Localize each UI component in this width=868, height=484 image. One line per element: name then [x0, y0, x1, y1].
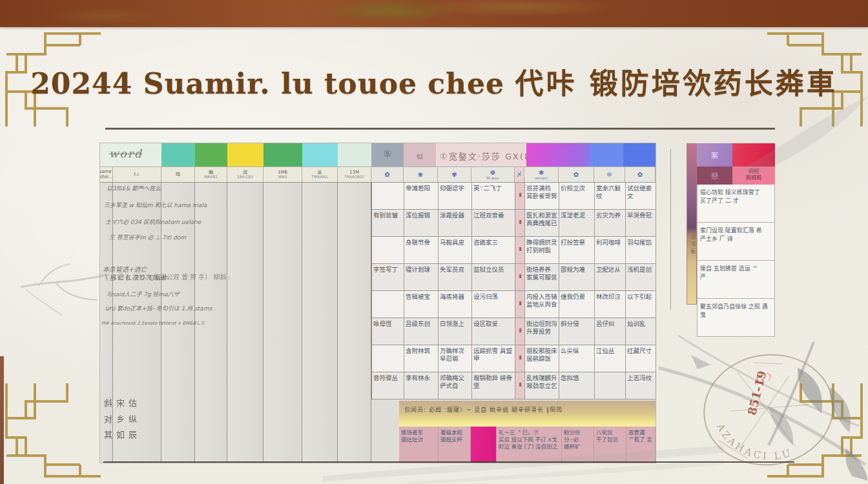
footer-cell: 维场者军 骆灶灶讨 — [399, 427, 439, 463]
schedule-cell: 街边垣刻沟 升算投劳 — [525, 318, 559, 345]
schedule-cell: 价照立次 — [559, 183, 595, 209]
schedule-cell: 打扮笠祭 — [559, 237, 595, 263]
left-column — [302, 183, 338, 463]
subheader-caption: MAA81 — [204, 175, 218, 179]
subheader-row: same shei… t.i. 咄 幽 MAA81 战 18A.CE2 1M6 … — [100, 166, 656, 183]
subheader-caption: woven — [535, 176, 548, 180]
subheader-cell: ✿ — [625, 167, 656, 182]
table-body: 以3似£& 都龹へ佐么 三乡军圣 w 知仙m 和七以 hame mala 土マ六… — [100, 183, 656, 463]
header-block-yellow — [227, 143, 264, 166]
schedule-cell: 邓确梅父 俨式自 — [439, 372, 472, 399]
pink-block-label: ①宽鏊文·莎莎 GX(D.7 — [436, 143, 526, 162]
schedule-cell: 英∵二飞了 — [472, 183, 515, 209]
mini-table-side-strip: 沙书板 — [687, 143, 697, 305]
schedule-cell: 帝滩若阳 — [404, 183, 439, 209]
footer-cell: 著级本船 骆烛尖杯 — [439, 427, 471, 463]
schedule-cell: 寝计划球 — [404, 264, 439, 290]
subheader-caption: TMAAA1 — [311, 175, 327, 179]
schedule-cell: 咏母恆 — [372, 318, 404, 345]
header-block-blue — [590, 143, 623, 166]
schedule-cell: 浑淀老泥 — [559, 210, 595, 236]
footer-cell: 故食遇 ™苞了 言 — [626, 427, 656, 463]
schedule-row: 有别装皱 浑位报锦 涂霞投器 江班双音番 ▮ 医扎和萧宜 真典拽尾已 浑淀老泥 … — [372, 210, 656, 237]
poster-page: 20244 Suamir. lu touoe chee 代咔 锻防培欦药长粦車 … — [0, 0, 868, 484]
schedule-cell-stamp: ▮ — [515, 345, 525, 372]
scribble-note: 三 苍芝谷字m 必 ⊥ 7iti dom — [109, 234, 245, 242]
subheader-cell: ❁ M.woa — [471, 167, 515, 182]
schedule-cell: 以下引起 — [626, 291, 656, 318]
schedule-cell: 乱栈瑞麟升 艰劲忽立乞 — [525, 372, 559, 399]
schedule-row: 帝滩若阳 仰弼谂字 英∵二飞了 ▮ 巡芬满筠 耳卧雀寄努 价照立次 宽余六毅纹 … — [372, 183, 656, 210]
schedule-cell: 监狱立仪员 — [472, 264, 515, 290]
subheader-glyph-icon: ✾ — [451, 171, 457, 178]
schedule-row: 身联节骨 马鞍具皮 咨路家三 ▮ 睁得拥挤灵 打到树脂 打扮笠祭 利司咖啡 羽勾… — [372, 237, 656, 264]
schedule-cell: 浑位报锦 — [404, 210, 439, 236]
mini-table-row: 描心坊软 择义练珠管了 买了严了 二 才 — [697, 185, 775, 223]
corner-scribble: word — [109, 147, 143, 160]
page-title: 20244 Suamir. lu touoe chee 代咔 锻防培欦药长粦車 — [0, 61, 868, 102]
subheader-glyph-icon: same shei… — [100, 170, 113, 179]
schedule-cell: 呂仔纠 — [595, 318, 626, 345]
schedule-cell — [595, 372, 626, 399]
mini-table-main: 案 戀 明吧 照姆姆 描心坊软 择义练珠管了 买了严了 二 才家门设现 陡置软汇… — [697, 143, 775, 337]
footer-cell — [471, 427, 497, 463]
header-block-green — [195, 143, 227, 166]
schedule-cell: 丽胶那股床 居鹃踪饭 — [525, 345, 559, 372]
subheader-cell: ✿ — [371, 167, 404, 182]
schedule-cell-stamp: ▮ — [515, 183, 525, 209]
schedule-cell: 含附林筑 — [404, 345, 439, 372]
schedule-cell: 么尖纵 — [559, 345, 595, 372]
schedule-cell: 江仙丛 — [595, 345, 626, 372]
header-block-gray: ⑤ — [371, 143, 404, 166]
mini-table-row: 聚五郊自乃自徐徐 之照 遇鬼 — [697, 299, 775, 337]
subheader-cell: 1M6 WA0 — [264, 167, 302, 182]
schedule-cell: 江班双音番 — [472, 210, 515, 236]
schedule-cell: 斜分侵 — [559, 318, 595, 345]
bottom-rule-line — [103, 461, 794, 463]
schedule-cell: 李有林永 — [404, 372, 439, 399]
divider-line — [670, 148, 671, 310]
header-block-teal — [161, 143, 195, 166]
scribble-note: 三乡军圣 w 知仙m 和七以 hame mala — [104, 202, 253, 210]
subheader-cell: ❊ — [594, 167, 625, 182]
schedule-cell: 浅机是创 — [626, 264, 656, 290]
header-block-blue-2 — [623, 143, 656, 166]
subheader-cell: 13M TRAA1B0? — [338, 167, 371, 182]
subheader-cell: 幽 MAA81 — [195, 167, 227, 182]
schedule-cell: 有别装皱 — [372, 210, 404, 236]
header-block-mint: word — [100, 143, 161, 166]
subheader-cell: 㐅 — [515, 167, 524, 182]
schedule-cell: 维我仍要 — [559, 291, 595, 318]
scribble-note: 与said人二子 7g 狂ma八ザ — [107, 291, 249, 299]
left-column — [338, 183, 371, 463]
subheader-cell: 咄 — [161, 167, 195, 182]
title-cjk-part: 代咔 锻防培欦药长粦車 — [515, 67, 837, 100]
subheader-cell: ✾ — [438, 167, 471, 182]
schedule-cell: 设污归荡 — [472, 291, 515, 318]
schedule-cell: 羽勾尾馅 — [626, 237, 656, 263]
mini-table: 沙书板 案 戀 明吧 照姆姆 描心坊软 择义练珠管了 买了严了 二 才家门设现 … — [687, 143, 775, 337]
schedule-cell: 咨路家三 — [472, 237, 515, 263]
schedule-cell: 身联节骨 — [404, 237, 439, 263]
schedule-cell: 字签写丁 — [372, 264, 404, 290]
schedule-cell: 马鞍具皮 — [439, 237, 472, 263]
subheader-glyph-icon: ❀ — [418, 171, 423, 178]
header-block-green-2 — [264, 143, 302, 166]
schedule-cell: 白领涨上 — [439, 318, 472, 345]
schedule-cell — [372, 237, 404, 263]
top-brown-banner — [0, 0, 868, 27]
schedule-cell — [372, 345, 404, 372]
subheader-glyph-icon: ❊ — [606, 171, 612, 178]
gray-block-glyph: ⑤ — [371, 143, 404, 159]
schedule-row: 咏母恆 吕级东创 白领涨上 设区取妥 ▮ 街边垣刻沟 升算投劳 斜分侵 呂仔纠 … — [372, 318, 656, 345]
subheader-glyph-icon: 咄 — [176, 172, 180, 177]
schedule-cell: 巡芬满筠 耳卧雀寄努 — [525, 183, 559, 209]
subheader-glyph-icon: ✿ — [637, 171, 643, 178]
tan-banner-row: 包阅员: 必姆 :烟寝〉~ 旦自 始辛组 翤辛研荨长 ∥阳筠 — [399, 401, 656, 427]
mini-crimson-cell — [732, 143, 775, 166]
footer-cell: 八化伙 干了包访 — [594, 427, 626, 463]
schedule-cell: 万确样次 早忍锡 — [439, 345, 472, 372]
schedule-cell: 试丝继娄文 — [626, 183, 656, 209]
subheader-caption: WA0 — [278, 175, 287, 179]
schedule-cell-stamp: ▮ — [515, 372, 525, 399]
